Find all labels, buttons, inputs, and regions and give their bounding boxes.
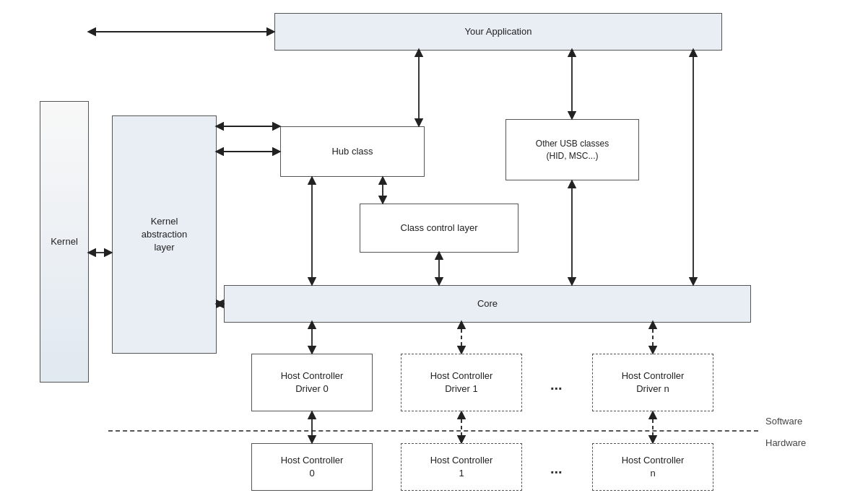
hc1-box: Host Controller 1 bbox=[401, 443, 522, 491]
kernel-box: Kernel bbox=[40, 101, 89, 383]
hc0-box: Host Controller 0 bbox=[251, 443, 373, 491]
hc0-label: Host Controller 0 bbox=[281, 454, 344, 480]
class-control-layer-label: Class control layer bbox=[401, 222, 478, 235]
your-application-box: Your Application bbox=[274, 13, 722, 51]
hcd1-label: Host Controller Driver 1 bbox=[430, 370, 493, 396]
dots1: ... bbox=[550, 377, 563, 393]
diagram-container: Your Application Kernel Kernel abstracti… bbox=[0, 0, 868, 498]
kernel-label: Kernel bbox=[51, 235, 78, 248]
core-box: Core bbox=[224, 285, 751, 323]
kernel-abstraction-label: Kernel abstraction layer bbox=[142, 215, 188, 255]
core-label: Core bbox=[477, 297, 498, 310]
software-label: Software bbox=[765, 416, 802, 427]
hc1-label: Host Controller 1 bbox=[430, 454, 493, 480]
kernel-abstraction-box: Kernel abstraction layer bbox=[112, 115, 217, 354]
hcdn-box: Host Controller Driver n bbox=[592, 354, 713, 411]
dots2: ... bbox=[550, 460, 563, 477]
other-usb-classes-label: Other USB classes (HID, MSC...) bbox=[536, 138, 609, 162]
other-usb-classes-box: Other USB classes (HID, MSC...) bbox=[505, 119, 639, 180]
hardware-label: Hardware bbox=[765, 437, 806, 448]
hcd0-box: Host Controller Driver 0 bbox=[251, 354, 373, 411]
hub-class-box: Hub class bbox=[280, 126, 425, 177]
hub-class-label: Hub class bbox=[331, 145, 373, 158]
hcdn-label: Host Controller Driver n bbox=[622, 370, 685, 396]
hcd1-box: Host Controller Driver 1 bbox=[401, 354, 522, 411]
sw-hw-divider bbox=[108, 430, 758, 432]
hcd0-label: Host Controller Driver 0 bbox=[281, 370, 344, 396]
class-control-layer-box: Class control layer bbox=[360, 204, 518, 253]
hcn-label: Host Controller n bbox=[622, 454, 685, 480]
hcn-box: Host Controller n bbox=[592, 443, 713, 491]
